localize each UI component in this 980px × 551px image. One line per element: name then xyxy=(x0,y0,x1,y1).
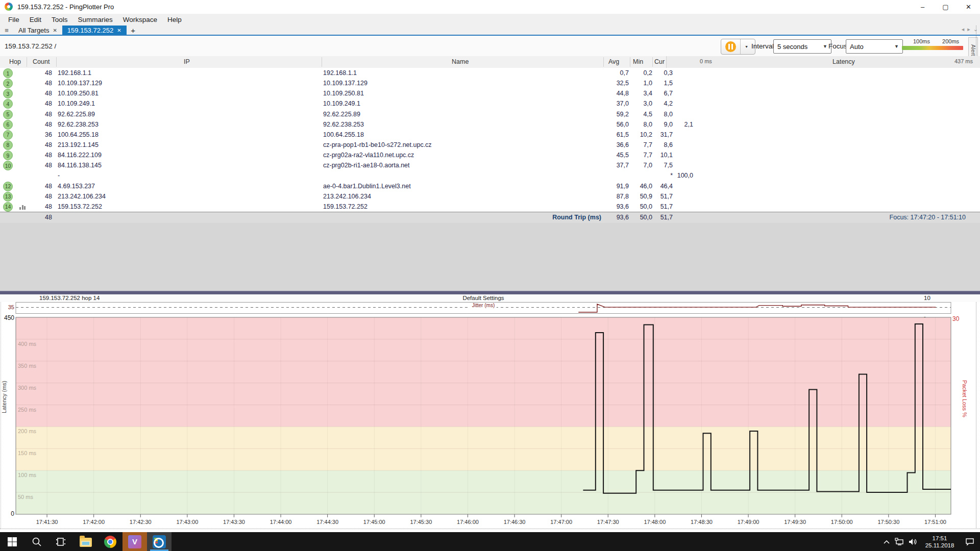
menu-item-help[interactable]: Help xyxy=(162,14,187,25)
cell-cur: 1,5 xyxy=(652,80,673,87)
cell-cur: 4,2 xyxy=(652,100,673,107)
col-header-name[interactable]: Name xyxy=(452,58,469,65)
interval-select[interactable]: 5 seconds ▼ xyxy=(773,39,831,54)
close-button[interactable]: ✕ xyxy=(957,0,980,14)
v-app-button[interactable]: V xyxy=(122,532,147,551)
new-tab-button[interactable]: + xyxy=(127,26,140,35)
system-tray: 17:51 25.11.2018 xyxy=(880,532,980,551)
cell-cur: 6,7 xyxy=(652,90,673,97)
jitter-graph-label: Jitter (ms) xyxy=(470,303,497,308)
table-row[interactable]: 1348213.242.106.234213.242.106.23487,850… xyxy=(0,191,980,202)
target-breadcrumb[interactable]: 159.153.72.252 / xyxy=(5,42,56,50)
svg-text:17:48:00: 17:48:00 xyxy=(644,519,666,525)
table-row[interactable]: 736100.64.255.18100.64.255.1861,510,231,… xyxy=(0,130,980,140)
menu-item-workspace[interactable]: Workspace xyxy=(118,14,162,25)
focus-select[interactable]: Auto ▼ xyxy=(846,39,903,54)
tab-all-targets[interactable]: All Targets ✕ xyxy=(13,26,62,35)
table-row[interactable]: 34810.109.250.8110.109.250.8144,83,46,7 xyxy=(0,88,980,98)
col-header-hop[interactable]: Hop xyxy=(9,58,21,65)
svg-text:17:44:00: 17:44:00 xyxy=(270,519,292,525)
cell-avg: 87,8 xyxy=(587,193,629,200)
pause-dropdown-caret[interactable]: ▼ xyxy=(740,39,752,54)
svg-text:400 ms: 400 ms xyxy=(18,341,37,347)
hop-badge: 13 xyxy=(3,192,13,202)
cell-ip: 84.116.222.109 xyxy=(58,152,102,159)
cell-min: 10,2 xyxy=(631,131,652,138)
cell-cur: 10,1 xyxy=(652,152,673,159)
menu-bar: FileEditToolsSummariesWorkspaceHelp xyxy=(0,14,980,26)
svg-text:17:43:00: 17:43:00 xyxy=(176,519,198,525)
tab-close-icon[interactable]: ✕ xyxy=(53,28,57,33)
tab-bar: ≡ All Targets ✕ 159.153.72.252 ✕ + xyxy=(0,26,980,35)
maximize-button[interactable]: ▢ xyxy=(934,0,957,14)
minimize-button[interactable]: – xyxy=(911,0,934,14)
timeline-latency-graph[interactable]: 17:41:3017:42:0017:42:3017:43:0017:43:30… xyxy=(0,314,980,529)
round-trip-min: 50,0 xyxy=(631,214,652,221)
cell-ip: 84.116.138.145 xyxy=(58,162,102,169)
cell-cur: 0,3 xyxy=(652,69,673,77)
volume-icon[interactable] xyxy=(906,538,920,546)
col-header-avg[interactable]: Avg xyxy=(608,58,619,65)
cell-min: 7,7 xyxy=(631,141,652,148)
menu-item-tools[interactable]: Tools xyxy=(46,14,73,25)
round-trip-row[interactable]: 48 Round Trip (ms) 93,6 50,0 51,7 Focus:… xyxy=(0,212,980,223)
tab-scroll-left-icon[interactable]: ◂ xyxy=(962,26,965,33)
window-title: 159.153.72.252 - PingPlotter Pro xyxy=(17,3,114,11)
yaxis-min-label: 0 xyxy=(0,510,14,517)
interval-label: Interval xyxy=(751,42,774,50)
table-row[interactable]: 1448159.153.72.252159.153.72.25293,650,0… xyxy=(0,202,980,212)
chrome-button[interactable] xyxy=(98,532,122,551)
table-row[interactable]: -*100,0 xyxy=(0,170,980,181)
action-center-icon[interactable] xyxy=(960,538,980,546)
menu-item-summaries[interactable]: Summaries xyxy=(73,14,118,25)
tray-chevron-up-icon[interactable] xyxy=(880,540,893,544)
cell-ip: - xyxy=(58,172,60,179)
table-row[interactable]: 24810.109.137.12910.109.137.12932,51,01,… xyxy=(0,78,980,88)
col-header-ip[interactable]: IP xyxy=(184,58,190,65)
taskbar-search-button[interactable] xyxy=(24,532,49,551)
legend-100ms-label: 100ms xyxy=(913,38,930,44)
pause-button[interactable]: ▼ xyxy=(721,39,755,55)
hop-badge: 6 xyxy=(3,120,13,130)
col-header-cur[interactable]: Cur xyxy=(654,58,665,65)
table-row[interactable]: 94884.116.222.109cz-prg02a-ra2-vla110.ne… xyxy=(0,150,980,160)
svg-text:17:49:00: 17:49:00 xyxy=(738,519,760,525)
taskbar-clock[interactable]: 17:51 25.11.2018 xyxy=(920,535,960,549)
cell-count: 48 xyxy=(27,203,52,210)
file-explorer-button[interactable] xyxy=(74,532,98,551)
pingplotter-taskbar-button[interactable] xyxy=(147,532,172,551)
tab-scroll-right-icon[interactable]: ▸ xyxy=(967,26,970,33)
cell-count: 48 xyxy=(27,152,52,159)
timeline-target-label[interactable]: 159.153.72.252 hop 14 xyxy=(39,295,100,301)
table-row[interactable]: 44810.109.249.110.109.249.137,03,04,2 xyxy=(0,98,980,109)
interval-value: 5 seconds xyxy=(777,43,807,51)
tab-target[interactable]: 159.153.72.252 ✕ xyxy=(62,26,127,35)
cell-avg: 61,5 xyxy=(587,131,629,138)
task-view-button[interactable] xyxy=(49,532,74,551)
latency-axis-max: 437 ms xyxy=(954,58,973,64)
table-row[interactable]: 148192.168.1.1192.168.1.10,70,20,3 xyxy=(0,68,980,78)
col-header-min[interactable]: Min xyxy=(633,58,643,65)
latency-column-title: Latency xyxy=(832,58,855,65)
start-button[interactable] xyxy=(0,532,24,551)
cell-pl: 100,0 xyxy=(662,172,693,179)
tab-close-icon[interactable]: ✕ xyxy=(117,28,121,33)
cell-name: 192.168.1.1 xyxy=(323,69,357,77)
network-icon[interactable] xyxy=(893,538,906,546)
focus-label: Focus xyxy=(828,42,847,50)
cell-name: 159.153.72.252 xyxy=(323,203,368,210)
timeline-settings-label[interactable]: Default Settings xyxy=(462,295,504,301)
svg-text:17:41:30: 17:41:30 xyxy=(36,519,58,525)
table-row[interactable]: 104884.116.138.145cz-prg02b-ri1-ae18-0.a… xyxy=(0,160,980,170)
col-header-count[interactable]: Count xyxy=(33,58,50,65)
table-row[interactable]: 64892.62.238.25392.62.238.25356,08,09,02… xyxy=(0,119,980,130)
svg-text:17:42:30: 17:42:30 xyxy=(130,519,152,525)
svg-text:17:42:00: 17:42:00 xyxy=(83,519,105,525)
menu-item-edit[interactable]: Edit xyxy=(24,14,46,25)
table-row[interactable]: 12484.69.153.237ae-0-4.bar1.Dublin1.Leve… xyxy=(0,181,980,191)
cell-pl: 2,1 xyxy=(662,121,693,128)
menu-item-file[interactable]: File xyxy=(3,14,24,25)
table-row[interactable]: 54892.62.225.8992.62.225.8959,24,58,0 xyxy=(0,109,980,119)
table-row[interactable]: 848213.192.1.145cz-pra-pop1-rb1-be10-s27… xyxy=(0,140,980,150)
hamburger-icon[interactable]: ≡ xyxy=(0,26,13,35)
